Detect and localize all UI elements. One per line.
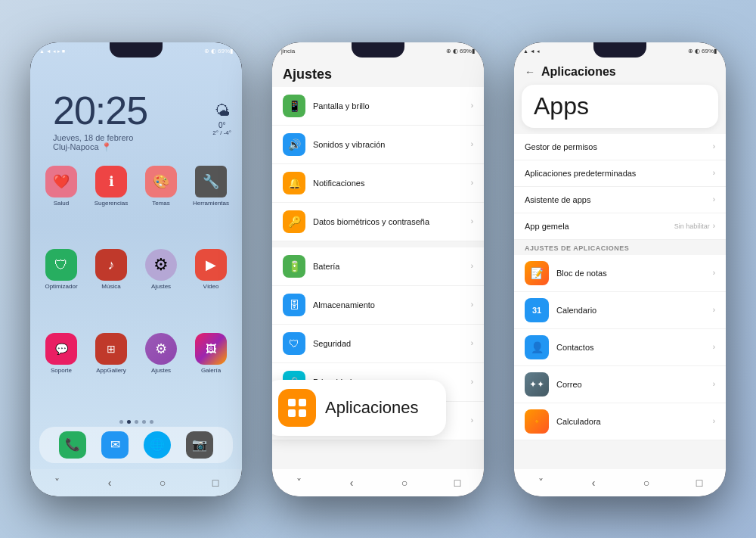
time-display: 20:25 [53, 91, 219, 130]
settings-icon-biometricos: 🔑 [283, 210, 305, 233]
app-video[interactable]: ▶ Vídeo [189, 249, 233, 327]
app-herramientas[interactable]: 🔧 Herramientas [189, 166, 233, 244]
settings-icon-notif: 🔔 [283, 172, 305, 194]
settings-header: Ajustes [272, 61, 484, 87]
nav-recent-1[interactable]: □ [209, 476, 222, 490]
aplicaciones-bubble: Aplicaciones [272, 380, 446, 436]
apps-item-gemela[interactable]: App gemela Sin habilitar › [514, 213, 726, 240]
nav-home-3[interactable]: ○ [640, 476, 653, 490]
time-widget: 20:25 Jueves, 18 de febrero Cluj-Napoca … [41, 68, 231, 160]
status-time-3: 20:25 [606, 48, 621, 54]
app-icon-contactos: 👤 [525, 335, 549, 359]
apps-item-gestor[interactable]: Gestor de permisos › [514, 134, 726, 160]
settings-divider-1 [272, 241, 484, 247]
nav-recent-2[interactable]: □ [451, 476, 464, 490]
settings-item-notif[interactable]: 🔔 Notificaciones › [272, 164, 484, 203]
nav-bar-1: ˅ ‹ ○ □ [30, 469, 242, 496]
app-temas[interactable]: 🎨 Temas [139, 166, 183, 244]
dock: 📞 ✉ 🌐 📷 [39, 427, 233, 463]
weather-temp: 0° [212, 121, 231, 129]
app-appgallery[interactable]: ⊞ AppGallery [89, 333, 133, 411]
app-list-item-blocnotas[interactable]: 📝 Bloc de notas › [514, 255, 726, 292]
nav-back-2[interactable]: ‹ [345, 476, 358, 490]
app-optimizador[interactable]: 🛡 Optimizador [39, 249, 83, 327]
aplicaciones-bubble-icon [278, 389, 316, 427]
nav-down-3[interactable]: ˅ [534, 476, 547, 490]
date-display: Jueves, 18 de febrero Cluj-Napoca 📍 [53, 133, 219, 152]
dock-camera[interactable]: 📷 [186, 431, 213, 459]
svg-rect-0 [288, 399, 296, 406]
settings-item-pantalla[interactable]: 📱 Pantalla y brillo › [272, 87, 484, 126]
status-time-1: 20:25 [127, 48, 142, 54]
app-list: 📝 Bloc de notas › 31 Calendario › 👤 [514, 255, 726, 440]
settings-icon-almacenamiento: 🗄 [283, 294, 305, 316]
status-bar-1: ▲ ◄ ◂ ▸ ■ 20:25 ⊕ ◐ 69%▮ [30, 42, 242, 61]
app-ajustes2[interactable]: ⚙ Ajustes [139, 333, 183, 411]
app-sugerencias[interactable]: ℹ Sugerencias [89, 166, 133, 244]
settings-item-almacenamiento[interactable]: 🗄 Almacenamiento › [272, 286, 484, 325]
app-icon-calc: 🔸 [525, 409, 549, 434]
settings-item-bateria[interactable]: 🔋 Batería › [272, 247, 484, 286]
nav-home-2[interactable]: ○ [398, 476, 411, 490]
nav-home-1[interactable]: ○ [156, 476, 169, 490]
apps-item-asistente[interactable]: Asistente de apps › [514, 187, 726, 213]
svg-rect-3 [299, 409, 306, 417]
apps-top-settings: Gestor de permisos › Aplicaciones predet… [514, 134, 726, 240]
page-dots [30, 417, 242, 427]
status-left-icons: ▲ ◄ ◂ ▸ ■ [39, 48, 65, 54]
dock-phone[interactable]: 📞 [59, 431, 86, 459]
settings-item-sonidos[interactable]: 🔊 Sonidos y vibración › [272, 126, 484, 164]
app-ajustes[interactable]: ⚙ Ajustes [139, 249, 183, 327]
nav-back-3[interactable]: ‹ [587, 476, 600, 490]
svg-rect-1 [299, 399, 306, 406]
nav-down-2[interactable]: ˅ [292, 476, 305, 490]
nav-down-1[interactable]: ˅ [50, 476, 64, 490]
weather-range: 2° / -4° [212, 129, 231, 136]
nav-bar-2: ˅ ‹ ○ □ [272, 469, 484, 496]
settings-item-biometricos[interactable]: 🔑 Datos biométricos y contraseña › [272, 203, 484, 241]
settings-icon-sonidos: 🔊 [283, 133, 305, 156]
section-label-ajustes: AJUSTES DE APLICACIONES [514, 240, 726, 255]
phone-applications: ▲ ◄ ◂ 20:25 ⊕ ◐ 69%▮ ← Aplicaciones Apps… [514, 42, 726, 496]
nav-recent-3[interactable]: □ [692, 476, 706, 490]
apps-item-predeterminadas[interactable]: Aplicaciones predeterminadas › [514, 160, 726, 187]
nav-back-1[interactable]: ‹ [103, 476, 116, 490]
settings-icon-pantalla: 📱 [283, 95, 305, 117]
dock-browser[interactable]: 🌐 [144, 431, 171, 459]
back-arrow[interactable]: ← [525, 66, 535, 78]
apps-title-bubble: Apps [522, 85, 718, 128]
app-page-header: ← Aplicaciones [514, 61, 726, 82]
status-bar-2: jincia 20:25 ⊕ ◐ 69%▮ [272, 42, 484, 61]
app-salud[interactable]: ❤️ Salud [39, 166, 83, 244]
app-soporte[interactable]: 💬 Soporte [39, 333, 83, 411]
status-left-3: ▲ ◄ ◂ [523, 48, 540, 54]
weather-icon: 🌤 [212, 102, 231, 120]
app-list-item-contactos[interactable]: 👤 Contactos › [514, 329, 726, 366]
svg-rect-2 [288, 409, 296, 417]
status-battery-3: ⊕ ◐ 69%▮ [688, 48, 717, 54]
status-right-icons: ⊕ ◐ 69%▮ [204, 48, 233, 54]
phone-settings: jincia 20:25 ⊕ ◐ 69%▮ Ajustes 📱 Pantalla… [272, 42, 484, 496]
settings-icon-bateria: 🔋 [283, 255, 305, 278]
app-grid: ❤️ Salud ℹ Sugerencias 🎨 Temas 🔧 Herrami… [30, 160, 242, 417]
settings-icon-seguridad: 🛡 [283, 332, 305, 355]
app-icon-blocnotas: 📝 [525, 261, 549, 285]
phone-homescreen: ▲ ◄ ◂ ▸ ■ 20:25 ⊕ ◐ 69%▮ 20:25 Jueves, 1… [30, 42, 242, 496]
status-bar-3: ▲ ◄ ◂ 20:25 ⊕ ◐ 69%▮ [514, 42, 726, 61]
apps-big-title: Apps [534, 92, 589, 120]
app-page-title: Aplicaciones [541, 65, 616, 79]
app-list-item-correo[interactable]: ✦✦ Correo › [514, 366, 726, 403]
app-list-item-calendario[interactable]: 31 Calendario › [514, 292, 726, 329]
dock-messages[interactable]: ✉ [101, 431, 129, 459]
app-list-item-calc[interactable]: 🔸 Calculadora › [514, 403, 726, 440]
status-time-2: 20:25 [363, 48, 378, 54]
carrier-name: jincia [281, 48, 295, 54]
weather-widget: 🌤 0° 2° / -4° [212, 102, 231, 136]
status-battery-2: ⊕ ◐ 69%▮ [446, 48, 475, 54]
app-musica[interactable]: ♪ Música [89, 249, 133, 327]
app-icon-calendario: 31 [525, 298, 549, 322]
settings-item-seguridad[interactable]: 🛡 Seguridad › [272, 325, 484, 363]
aplicaciones-bubble-text: Aplicaciones [325, 398, 419, 418]
app-galeria[interactable]: 🖼 Galería [189, 333, 233, 411]
app-icon-correo: ✦✦ [525, 372, 549, 397]
